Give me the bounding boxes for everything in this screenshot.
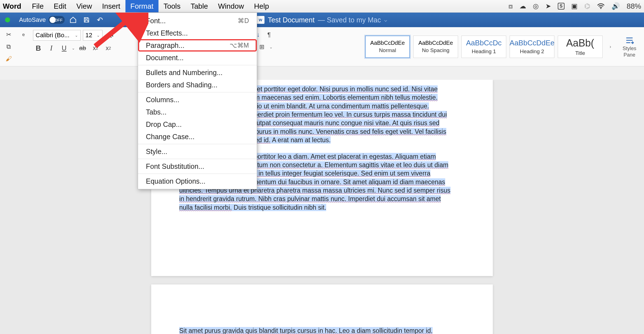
menu-item-columns-[interactable]: Columns... [138, 94, 257, 106]
dropbox-icon[interactable]: ⧈ [508, 2, 513, 10]
paragraph-marks-icon[interactable]: ¶ [264, 30, 274, 39]
macos-menubar: Word File Edit View Insert Format Tools … [0, 0, 644, 13]
svg-point-0 [600, 8, 601, 9]
underline-more[interactable]: ⌄ [72, 46, 75, 50]
word-doc-icon: w [257, 16, 265, 24]
borders-icon[interactable]: ⊞ [256, 42, 267, 52]
titlebar: AutoSave OFF ↶ w Test Document — Saved t… [0, 13, 644, 27]
volume-icon[interactable]: 🔊 [612, 2, 620, 10]
cloud-icon[interactable]: ☁ [519, 2, 526, 10]
strikethrough-button[interactable]: ab [77, 43, 88, 53]
font-size-selector[interactable]: 12⌄ [83, 30, 102, 41]
autosave-toggle[interactable]: AutoSave OFF [19, 16, 65, 24]
menu-item-paragraph-[interactable]: Paragraph...⌥⌘M [138, 39, 257, 52]
menu-item-equation-options-[interactable]: Equation Options... [138, 175, 257, 187]
menu-item-drop-cap-[interactable]: Drop Cap... [138, 118, 257, 130]
italic-button[interactable]: I [46, 43, 57, 53]
cc-icon[interactable]: ◎ [533, 2, 539, 10]
style-title[interactable]: AaBb( Title [558, 36, 603, 58]
wifi-icon[interactable] [597, 3, 605, 9]
superscript-button[interactable]: x2 [103, 43, 114, 53]
document-area[interactable]: cibus a pellentesque sit amet porttitor … [0, 80, 644, 334]
subscript-button[interactable]: x2 [90, 43, 101, 53]
styles-pane-button[interactable]: Styles Pane [618, 36, 641, 58]
document-title[interactable]: w Test Document — Saved to my Mac ⌵ [257, 16, 388, 24]
menu-item-tabs-[interactable]: Tabs... [138, 106, 257, 118]
menu-item-document-[interactable]: Document... [138, 52, 257, 64]
autosave-label: AutoSave [19, 16, 46, 24]
traffic-lights[interactable] [5, 17, 10, 22]
undo-icon[interactable]: ↶ [95, 15, 105, 25]
copy-icon[interactable]: ⧉ [3, 42, 14, 51]
menu-table[interactable]: Table [186, 0, 213, 12]
menu-item-borders-and-shading-[interactable]: Borders and Shading... [138, 79, 257, 91]
menu-view[interactable]: View [71, 0, 97, 12]
bluetooth-icon[interactable]: ⌬ [584, 2, 590, 10]
format-painter-icon[interactable]: 🖌 [3, 54, 14, 63]
style-no-spacing[interactable]: AaBbCcDdEe No Spacing [413, 36, 458, 58]
menu-item-change-case-[interactable]: Change Case... [138, 130, 257, 143]
style-normal[interactable]: AaBbCcDdEe Normal [365, 36, 410, 58]
paragraph-3[interactable]: Sit amet purus gravida quis blandit turp… [179, 326, 451, 334]
menu-edit[interactable]: Edit [49, 0, 71, 12]
chevron-down-icon[interactable]: ⌵ [384, 17, 387, 23]
increase-font-icon[interactable]: A▴ [105, 31, 115, 40]
menu-help[interactable]: Help [249, 0, 274, 12]
app-name: Word [3, 2, 21, 11]
menu-file[interactable]: File [27, 0, 49, 12]
style-heading-1[interactable]: AaBbCcDc Heading 1 [461, 36, 506, 58]
menu-insert[interactable]: Insert [97, 0, 125, 12]
ribbon: ✂ ⧉ 🖌 e Calibri (Bo...⌄ 12⌄ A▴ B I U ⌄ a… [0, 27, 644, 66]
home-icon[interactable] [68, 15, 78, 25]
menu-item-style-[interactable]: Style... [138, 145, 257, 158]
format-dropdown-menu: Font...⌘DText Effects...Paragraph...⌥⌘MD… [138, 13, 257, 189]
calendar-icon[interactable]: ▣ [571, 2, 578, 10]
save-icon[interactable] [81, 15, 92, 25]
underline-button[interactable]: U [59, 43, 69, 53]
styles-gallery: AaBbCcDdEe Normal AaBbCcDdEe No Spacing … [365, 30, 641, 63]
battery-percent[interactable]: 88% [627, 2, 641, 11]
system-tray: ⧈ ☁ ◎ ➤ S ▣ ⌬ 🔊 88% [508, 2, 641, 11]
menu-item-font-[interactable]: Font...⌘D [138, 15, 257, 27]
bold-button[interactable]: B [33, 43, 44, 53]
menu-item-bullets-and-numbering-[interactable]: Bullets and Numbering... [138, 66, 257, 79]
toggle-switch[interactable]: OFF [48, 16, 65, 24]
cut-icon[interactable]: ✂ [3, 30, 14, 39]
arrow-icon[interactable]: ➤ [545, 2, 551, 10]
page-2[interactable]: Sit amet purus gravida quis blandit turp… [151, 284, 493, 334]
font-selector[interactable]: Calibri (Bo...⌄ [33, 30, 81, 41]
menu-window[interactable]: Window [213, 0, 249, 12]
menu-format[interactable]: Format [125, 0, 158, 12]
s-icon[interactable]: S [558, 3, 564, 10]
menu-item-text-effects-[interactable]: Text Effects... [138, 27, 257, 39]
paste-icon[interactable]: e [19, 30, 28, 39]
menu-item-font-substitution-[interactable]: Font Substitution... [138, 160, 257, 172]
save-status: — Saved to my Mac [318, 16, 381, 24]
doc-name: Test Document [268, 16, 315, 24]
menu-tools[interactable]: Tools [158, 0, 186, 12]
style-heading-2[interactable]: AaBbCcDdEe Heading 2 [510, 36, 554, 58]
maximize-dot[interactable] [5, 17, 10, 22]
more-styles-button[interactable]: › [606, 36, 615, 58]
